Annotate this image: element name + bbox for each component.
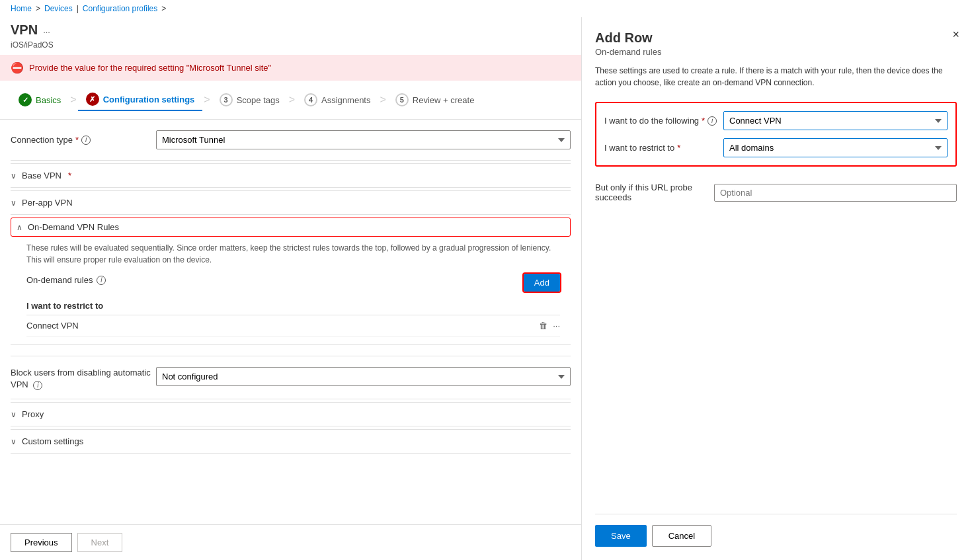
field-restrict-to: I want to restrict to * All domains Spec…: [604, 138, 948, 157]
proxy-chevron-icon: ∨: [11, 410, 17, 419]
step-basics-label: Basics: [36, 95, 61, 105]
rule-text: Connect VPN: [26, 321, 539, 331]
vpn-header: VPN ...: [0, 17, 581, 40]
block-users-row: Block users from disabling automatic VPN…: [11, 356, 571, 391]
vpn-subtitle: iOS/iPadOS: [0, 40, 581, 55]
next-button[interactable]: Next: [77, 533, 123, 552]
alert-icon: ⛔: [11, 61, 24, 74]
custom-settings-chevron-icon: ∨: [11, 437, 17, 446]
step-config-circle: ✗: [86, 93, 99, 106]
bottom-nav: Previous Next: [0, 524, 581, 560]
on-demand-vpn-chevron-icon: ∧: [17, 223, 22, 232]
per-app-vpn-label: Per-app VPN: [22, 198, 73, 208]
section-on-demand-vpn[interactable]: ∧ On-Demand VPN Rules: [11, 218, 571, 237]
rules-table-header: I want to restrict to: [26, 297, 560, 315]
breadcrumb-sep2: >: [161, 4, 166, 13]
connection-type-select[interactable]: Microsoft Tunnel IKEv2 Cisco AnyConnect: [156, 130, 571, 149]
field-do-following-control: Connect VPN Disconnect VPN Ignore Evalua…: [723, 111, 948, 130]
panel-title: Add Row: [595, 30, 957, 46]
field-restrict-to-control: All domains Specific domains Any domain: [723, 138, 948, 157]
step-assignments-circle: 4: [304, 93, 317, 106]
optional-field-input[interactable]: [714, 184, 957, 202]
previous-button[interactable]: Previous: [11, 533, 72, 552]
step-scope-label: Scope tags: [237, 95, 280, 105]
step-config[interactable]: ✗ Configuration settings: [78, 89, 203, 111]
connection-type-label: Connection type * i: [11, 135, 156, 145]
connection-type-control: Microsoft Tunnel IKEv2 Cisco AnyConnect: [156, 130, 571, 149]
alert-message: Provide the value for the required setti…: [29, 63, 271, 73]
step-config-label: Configuration settings: [103, 95, 195, 104]
optional-field-label: But only if this URL probe succeeds: [595, 182, 714, 202]
section-base-vpn[interactable]: ∨ Base VPN *: [11, 163, 571, 187]
optional-field: But only if this URL probe succeeds: [595, 182, 957, 202]
add-rule-button[interactable]: Add: [524, 274, 560, 292]
cancel-button[interactable]: Cancel: [652, 525, 711, 547]
panel-desc: These settings are used to create a rule…: [595, 65, 957, 89]
connection-type-row: Connection type * i Microsoft Tunnel IKE…: [11, 130, 571, 149]
on-demand-content: These rules will be evaluated sequential…: [11, 237, 571, 342]
block-users-label: Block users from disabling automatic VPN…: [11, 367, 156, 391]
step-review[interactable]: 5 Review + create: [387, 89, 483, 110]
block-users-info-icon[interactable]: i: [33, 381, 42, 390]
rule-actions: 🗑 ···: [539, 321, 560, 331]
add-row-form: I want to do the following * i Connect V…: [595, 102, 957, 167]
field-restrict-to-select[interactable]: All domains Specific domains Any domain: [723, 138, 948, 157]
on-demand-label: On-demand rules i: [26, 275, 106, 285]
breadcrumb-devices[interactable]: Devices: [44, 4, 73, 13]
step-review-circle: 5: [395, 93, 409, 106]
breadcrumb-pipe: |: [77, 4, 79, 13]
step-basics-circle: ✓: [19, 93, 32, 106]
vpn-title: VPN: [11, 22, 38, 38]
panel-footer: Save Cancel: [595, 514, 957, 547]
base-vpn-label: Base VPN: [22, 171, 61, 180]
on-demand-desc: These rules will be evaluated sequential…: [26, 242, 560, 266]
field-do-following: I want to do the following * i Connect V…: [604, 111, 948, 130]
block-users-select[interactable]: Not configured Yes No: [156, 367, 571, 386]
per-app-vpn-chevron-icon: ∨: [11, 198, 17, 208]
vpn-more-options[interactable]: ...: [43, 25, 50, 35]
panel-subtitle: On-demand rules: [595, 47, 957, 57]
breadcrumb-home[interactable]: Home: [11, 4, 32, 13]
base-vpn-chevron-icon: ∨: [11, 171, 17, 180]
custom-settings-label: Custom settings: [22, 436, 83, 446]
section-per-app-vpn[interactable]: ∨ Per-app VPN: [11, 190, 571, 214]
rules-table-row: Connect VPN 🗑 ···: [26, 315, 560, 337]
config-content: Connection type * i Microsoft Tunnel IKE…: [0, 120, 581, 524]
step-scope-circle: 3: [220, 93, 233, 106]
left-panel: VPN ... iOS/iPadOS ⛔ Provide the value f…: [0, 17, 582, 560]
step-scope[interactable]: 3 Scope tags: [212, 89, 288, 110]
on-demand-row: On-demand rules i Add: [26, 274, 560, 292]
breadcrumb: Home > Devices | Configuration profiles …: [0, 0, 970, 17]
step-assignments[interactable]: 4 Assignments: [296, 89, 378, 110]
step-assignments-label: Assignments: [321, 95, 370, 105]
connection-type-info-icon[interactable]: i: [81, 136, 91, 145]
step-review-label: Review + create: [413, 95, 475, 105]
steps-nav: ✓ Basics > ✗ Configuration settings > 3 …: [0, 81, 581, 120]
close-panel-button[interactable]: ×: [952, 28, 959, 42]
block-users-control: Not configured Yes No: [156, 367, 571, 386]
section-custom-settings[interactable]: ∨ Custom settings: [11, 429, 571, 453]
proxy-label: Proxy: [22, 409, 44, 419]
add-row-panel: × Add Row On-demand rules These settings…: [582, 17, 970, 560]
delete-rule-icon[interactable]: 🗑: [539, 321, 547, 331]
on-demand-info-icon[interactable]: i: [97, 276, 106, 285]
field-restrict-to-label: I want to restrict to *: [604, 143, 723, 153]
step-basics[interactable]: ✓ Basics: [11, 89, 69, 110]
more-rule-icon[interactable]: ···: [553, 321, 560, 331]
field1-info-icon[interactable]: i: [707, 116, 717, 126]
field-do-following-label: I want to do the following * i: [604, 116, 723, 126]
save-button[interactable]: Save: [595, 525, 647, 547]
breadcrumb-sep1: >: [36, 4, 40, 13]
on-demand-vpn-label: On-Demand VPN Rules: [28, 222, 119, 232]
field-do-following-select[interactable]: Connect VPN Disconnect VPN Ignore Evalua…: [723, 111, 948, 130]
alert-banner: ⛔ Provide the value for the required set…: [0, 55, 581, 81]
section-proxy[interactable]: ∨ Proxy: [11, 402, 571, 426]
breadcrumb-config[interactable]: Configuration profiles: [83, 4, 157, 13]
